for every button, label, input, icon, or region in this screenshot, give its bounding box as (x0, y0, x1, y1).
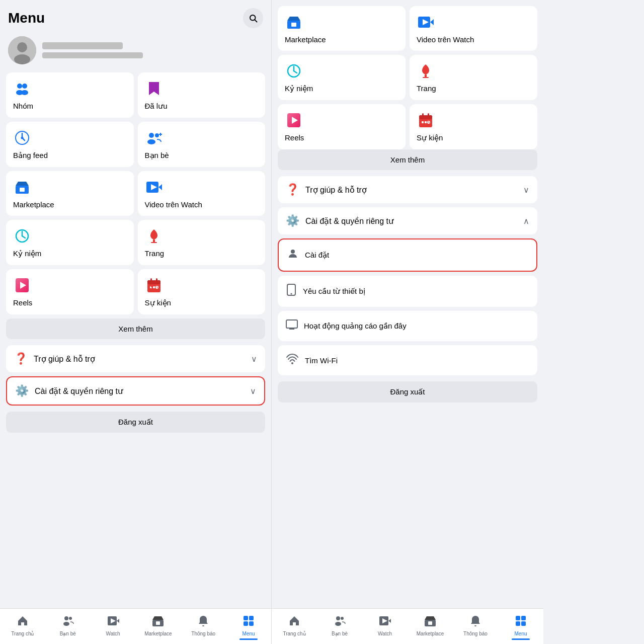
sub-hoat-dong-quang-cao[interactable]: Hoạt động quảng cáo gần đây (278, 311, 537, 341)
r-ky-niem-label: Kỷ niệm (285, 84, 398, 93)
svg-line-1 (255, 20, 257, 22)
svg-point-75 (341, 617, 344, 620)
r-grid-ky-niem[interactable]: Kỷ niệm (278, 55, 406, 100)
nav-marketplace-right[interactable]: Marketplace (408, 613, 453, 642)
nav-thong-bao-label-left: Thông báo (191, 631, 215, 636)
grid-item-reels[interactable]: Reels (6, 269, 134, 314)
sub-cai-dat-icon (287, 248, 299, 263)
r-grid-video-watch[interactable]: Video trên Watch (410, 6, 537, 51)
su-kien-label: Sự kiện (145, 298, 259, 307)
trang-icon (145, 227, 163, 245)
svg-marker-39 (117, 619, 119, 623)
nav-marketplace-icon-left (152, 615, 164, 630)
sub-quang-cao-label: Hoạt động quảng cáo gần đây (304, 321, 407, 331)
nav-marketplace-left[interactable]: Marketplace (135, 613, 181, 642)
r-grid-marketplace[interactable]: Marketplace (278, 6, 406, 51)
cai-dat-accordion-right[interactable]: ⚙️ Cài đặt & quyền riêng tư ∧ (278, 207, 537, 234)
trang-label: Trang (145, 249, 259, 258)
sub-quang-cao-icon (286, 319, 298, 333)
cai-dat-accordion-left[interactable]: ⚙️ Cài đặt & quyền riêng tư ∨ (6, 376, 265, 406)
reels-icon (13, 276, 31, 294)
grid-item-trang[interactable]: Trang (138, 220, 266, 265)
cai-dat-icon-left: ⚙️ (15, 384, 29, 397)
nav-watch-left[interactable]: Watch (91, 613, 136, 642)
svg-rect-80 (428, 621, 432, 625)
nav-trang-chu-left[interactable]: Trang chủ (0, 613, 45, 642)
see-more-button-right[interactable]: Xem thêm (278, 149, 537, 170)
cai-dat-chevron-left: ∨ (250, 386, 256, 396)
nav-thong-bao-icon-right (469, 615, 481, 630)
nav-marketplace-label-left: Marketplace (144, 631, 172, 636)
nav-watch-icon-left (107, 615, 119, 630)
da-luu-icon (145, 79, 163, 98)
grid-item-ky-niem[interactable]: Kỷ niệm (6, 220, 134, 265)
da-luu-label: Đã lưu (145, 102, 259, 111)
svg-line-23 (22, 236, 25, 238)
svg-point-73 (336, 616, 340, 620)
user-profile[interactable] (0, 32, 271, 68)
user-subtitle (42, 52, 143, 58)
svg-point-66 (291, 250, 295, 254)
marketplace-label: Marketplace (13, 200, 127, 209)
nhom-label: Nhóm (13, 102, 127, 110)
logout-button-left[interactable]: Đăng xuất (6, 412, 265, 433)
svg-rect-82 (521, 616, 526, 620)
nav-thong-bao-right[interactable]: Thông báo (453, 613, 498, 642)
nav-ban-be-left[interactable]: Bạn bè (45, 613, 91, 642)
grid-item-su-kien[interactable]: Sự kiện (138, 269, 266, 314)
r-grid-trang[interactable]: Trang (410, 55, 537, 100)
left-header: Menu (0, 0, 271, 32)
right-grid-wrapper: Marketplace Video trên Watch (272, 0, 543, 149)
svg-rect-81 (516, 616, 520, 620)
svg-point-12 (147, 139, 155, 144)
r-video-watch-label: Video trên Watch (417, 35, 530, 44)
ban-be-icon (145, 129, 163, 147)
nhom-icon (13, 79, 31, 98)
user-name (42, 42, 123, 49)
svg-marker-19 (158, 184, 162, 190)
svg-rect-31 (156, 278, 157, 282)
svg-rect-48 (291, 23, 296, 27)
nav-menu-active-indicator-left (239, 638, 258, 640)
r-grid-su-kien[interactable]: Sự kiện (410, 104, 537, 149)
sub-yeu-cau-thiet-bi[interactable]: Yêu cầu từ thiết bị (278, 276, 537, 307)
svg-point-74 (335, 622, 341, 626)
grid-item-bang-feed[interactable]: Bảng feed (6, 122, 134, 167)
svg-line-54 (294, 71, 297, 73)
left-title: Menu (8, 10, 45, 26)
nav-home-icon-right (288, 615, 300, 630)
see-more-button-left[interactable]: Xem thêm (6, 318, 265, 339)
nav-ban-be-right[interactable]: Bạn bè (317, 613, 362, 642)
nav-trang-chu-right[interactable]: Trang chủ (272, 613, 317, 642)
logout-button-right[interactable]: Đăng xuất (278, 381, 537, 403)
tro-giup-accordion-right[interactable]: ❓ Trợ giúp & hỗ trợ ∨ (278, 176, 537, 203)
nav-thong-bao-left[interactable]: Thông báo (181, 613, 226, 642)
nav-menu-active-indicator-right (512, 638, 530, 640)
r-grid-reels[interactable]: Reels (278, 104, 406, 149)
r-marketplace-icon (285, 13, 303, 31)
nav-menu-right[interactable]: Menu (498, 613, 543, 642)
grid-item-nhom[interactable]: Nhóm (6, 72, 134, 118)
search-button[interactable] (243, 8, 263, 28)
svg-rect-63 (422, 121, 424, 123)
svg-point-72 (291, 362, 293, 364)
sub-yeu-cau-icon (286, 284, 297, 299)
sub-wifi-icon (286, 353, 299, 367)
grid-item-video-watch[interactable]: Video trên Watch (138, 171, 266, 216)
grid-item-ban-be[interactable]: Bạn bè (138, 122, 266, 167)
svg-point-13 (155, 133, 159, 137)
svg-point-5 (17, 84, 22, 89)
sub-cai-dat[interactable]: Cài đặt (278, 238, 537, 272)
svg-rect-42 (156, 621, 160, 625)
cai-dat-icon-right: ⚙️ (286, 214, 299, 227)
grid-item-da-luu[interactable]: Đã lưu (138, 72, 266, 118)
tro-giup-label-left: Trợ giúp & hỗ trợ (34, 354, 245, 364)
svg-rect-43 (244, 616, 248, 620)
grid-item-marketplace[interactable]: Marketplace (6, 171, 134, 216)
nav-menu-left[interactable]: Menu (226, 613, 271, 642)
svg-rect-61 (422, 113, 424, 117)
sub-cai-dat-label: Cài đặt (305, 251, 329, 260)
nav-watch-right[interactable]: Watch (362, 613, 408, 642)
tro-giup-accordion-left[interactable]: ❓ Trợ giúp & hỗ trợ ∨ (6, 345, 265, 372)
sub-tim-wifi[interactable]: Tìm Wi-Fi (278, 345, 537, 375)
